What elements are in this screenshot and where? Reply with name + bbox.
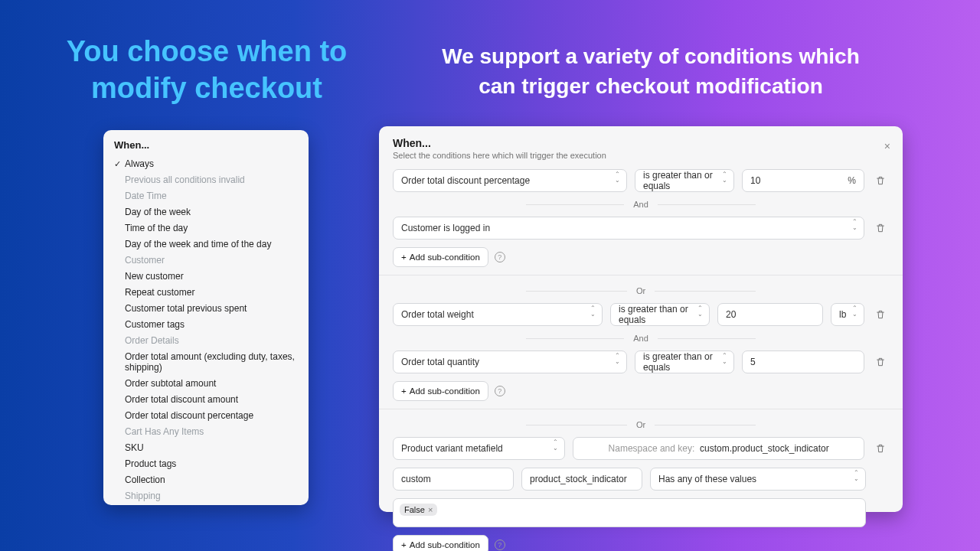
condition-row-2: Customer is logged in (393, 217, 889, 240)
conditions-dropdown: When... AlwaysPrevious all conditions in… (103, 130, 309, 505)
delete-icon[interactable] (872, 306, 889, 323)
connector-or: Or (379, 286, 903, 295)
value-input[interactable]: 5 (742, 350, 864, 373)
field-select[interactable]: Order total weight (393, 303, 603, 326)
builder-title: When... (393, 137, 889, 149)
namespace-input[interactable]: custom (393, 468, 514, 491)
dropdown-option[interactable]: Customer tags (103, 316, 309, 332)
connector-and: And (379, 200, 903, 209)
add-sub-condition-button[interactable]: +Add sub-condition (393, 247, 488, 267)
delete-icon[interactable] (872, 440, 889, 457)
condition-row-1: Order total discount percentage is great… (393, 169, 889, 192)
chip-remove-icon[interactable]: × (428, 505, 433, 514)
help-icon[interactable]: ? (495, 386, 505, 396)
condition-builder-panel: × When... Select the conditions here whi… (379, 126, 903, 512)
dropdown-group-header: Customer (103, 252, 309, 268)
dropdown-option[interactable]: New customer (103, 268, 309, 284)
dropdown-option[interactable]: Customer total previous spent (103, 300, 309, 316)
condition-row-3: Order total weight is greater than or eq… (393, 303, 889, 326)
dropdown-option[interactable]: SKU (103, 439, 309, 455)
operator-select[interactable]: is greater than or equals (635, 169, 734, 192)
field-select[interactable]: Order total quantity (393, 350, 627, 373)
headline-left: You choose when to modify checkout (61, 34, 352, 106)
dropdown-option[interactable]: Order subtotal amount (103, 375, 309, 391)
plus-icon: + (401, 253, 407, 262)
value-chip[interactable]: False× (400, 504, 437, 516)
help-icon[interactable]: ? (495, 540, 505, 550)
dropdown-option[interactable]: Order total amount (excluding duty, taxe… (103, 348, 309, 375)
dropdown-option[interactable]: Day of the week and time of the day (103, 236, 309, 252)
unit-select[interactable]: lb (831, 303, 864, 326)
condition-row-5a: Product variant metafield Namespace and … (393, 437, 889, 460)
dropdown-option[interactable]: Collection (103, 471, 309, 487)
headline-right: We support a variety of conditions which… (429, 41, 873, 101)
operator-select[interactable]: is greater than or equals (635, 350, 734, 373)
namespace-display[interactable]: Namespace and key: custom.product_stock_… (573, 437, 864, 460)
dropdown-option[interactable]: Order total discount amount (103, 391, 309, 407)
condition-row-4: Order total quantity is greater than or … (393, 350, 889, 373)
delete-icon[interactable] (872, 172, 889, 189)
field-select[interactable]: Customer is logged in (393, 217, 864, 240)
values-input-row: False× (393, 498, 866, 527)
operator-select[interactable]: is greater than or equals (610, 303, 710, 326)
connector-or: Or (379, 420, 903, 429)
dropdown-option[interactable]: Order total discount percentage (103, 407, 309, 423)
dropdown-option[interactable]: Time of the day (103, 220, 309, 236)
delete-icon[interactable] (872, 220, 889, 236)
add-sub-condition-button[interactable]: +Add sub-condition (393, 381, 488, 401)
condition-row-5b: custom product_stock_indicator Has any o… (393, 468, 866, 491)
dropdown-group-header: Date Time (103, 187, 309, 204)
dropdown-group-header: Cart Has Any Items (103, 423, 309, 439)
key-input[interactable]: product_stock_indicator (521, 468, 642, 491)
dropdown-option[interactable]: Repeat customer (103, 284, 309, 300)
dropdown-option[interactable]: Day of the week (103, 204, 309, 220)
dropdown-option[interactable]: Always (103, 155, 309, 171)
help-icon[interactable]: ? (495, 252, 505, 262)
field-select[interactable]: Order total discount percentage (393, 169, 627, 192)
dropdown-group-header: Previous all conditions invalid (103, 171, 309, 187)
connector-and: And (379, 334, 903, 343)
dropdown-option[interactable]: Shipping methods (103, 504, 309, 505)
unit-suffix: % (848, 175, 856, 186)
operator-select[interactable]: Has any of these values (650, 468, 866, 491)
close-icon[interactable]: × (884, 140, 890, 152)
field-select[interactable]: Product variant metafield (393, 437, 565, 460)
values-input[interactable]: False× (393, 498, 866, 527)
dropdown-group-header: Shipping (103, 487, 309, 504)
value-input[interactable]: 20 (717, 303, 823, 326)
plus-icon: + (401, 540, 407, 549)
add-sub-condition-button[interactable]: +Add sub-condition (393, 535, 488, 551)
dropdown-option[interactable]: Product tags (103, 455, 309, 471)
builder-subtitle: Select the conditions here which will tr… (393, 151, 889, 160)
dropdown-group-header: Order Details (103, 332, 309, 348)
dropdown-title: When... (103, 135, 309, 155)
value-input[interactable]: 10% (742, 169, 864, 192)
delete-icon[interactable] (872, 354, 889, 370)
plus-icon: + (401, 386, 407, 396)
